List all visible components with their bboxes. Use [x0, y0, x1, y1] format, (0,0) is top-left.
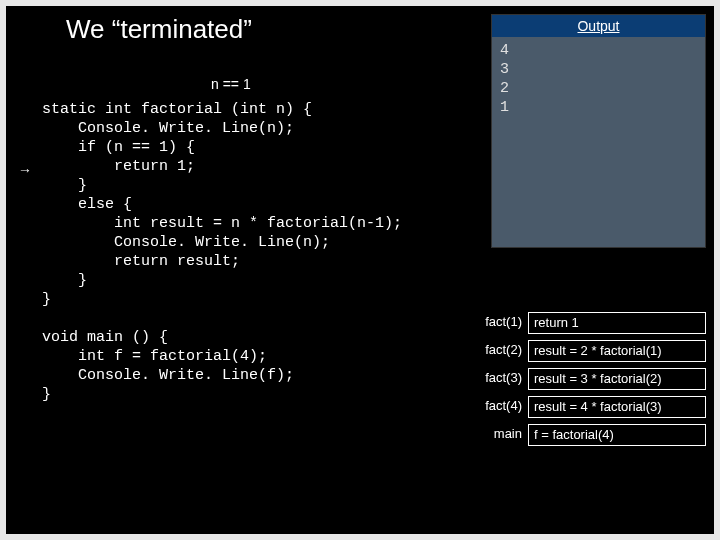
output-lines: 4 3 2 1: [492, 37, 705, 121]
slide: We “terminated” n == 1 → static int fact…: [6, 6, 714, 534]
stack-label: fact(1): [476, 312, 528, 334]
stack-row: fact(2) result = 2 * factorial(1): [476, 340, 706, 362]
stack-cell: result = 2 * factorial(1): [528, 340, 706, 362]
condition-label: n == 1: [211, 76, 251, 92]
stack-label: fact(3): [476, 368, 528, 390]
stack-cell: result = 4 * factorial(3): [528, 396, 706, 418]
stack-label: fact(4): [476, 396, 528, 418]
stack-cell: f = factorial(4): [528, 424, 706, 446]
stack-cell: result = 3 * factorial(2): [528, 368, 706, 390]
stack-row: fact(4) result = 4 * factorial(3): [476, 396, 706, 418]
stack-label: fact(2): [476, 340, 528, 362]
stack-row: main f = factorial(4): [476, 424, 706, 446]
stack-cell: return 1: [528, 312, 706, 334]
stack-label: main: [476, 424, 528, 446]
output-panel: Output 4 3 2 1: [491, 14, 706, 248]
stack-row: fact(1) return 1: [476, 312, 706, 334]
output-header: Output: [492, 15, 705, 37]
code-block: static int factorial (int n) { Console. …: [42, 100, 402, 404]
arrow-icon: →: [18, 162, 32, 178]
stack-row: fact(3) result = 3 * factorial(2): [476, 368, 706, 390]
call-stack: fact(1) return 1 fact(2) result = 2 * fa…: [476, 312, 706, 452]
slide-title: We “terminated”: [66, 14, 252, 45]
